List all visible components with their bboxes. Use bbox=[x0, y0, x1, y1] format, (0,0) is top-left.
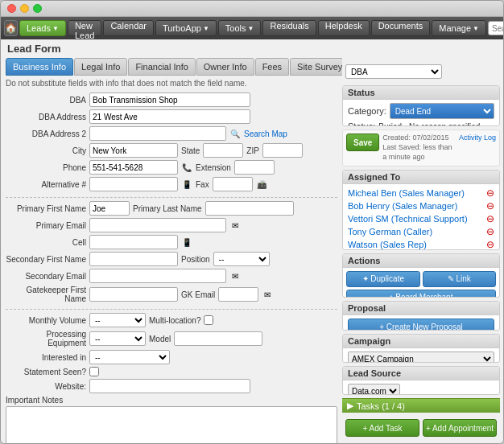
minimize-button[interactable] bbox=[20, 4, 29, 13]
processing-equipment-select[interactable]: -- bbox=[89, 331, 146, 346]
campaign-select[interactable]: AMEX Campaign bbox=[348, 352, 494, 363]
primary-email-input[interactable] bbox=[89, 218, 226, 232]
city-input[interactable] bbox=[89, 143, 178, 158]
assigned-item: Micheal Ben (Sales Manager) ⊖ bbox=[348, 187, 494, 199]
search-map-icon[interactable]: 🔍 bbox=[229, 128, 241, 139]
tools-button[interactable]: Tools ▼ bbox=[218, 20, 262, 36]
tab-fees[interactable]: Fees bbox=[255, 58, 289, 76]
tab-owner-info[interactable]: Owner Info bbox=[196, 58, 254, 76]
category-label: Category: bbox=[348, 106, 386, 116]
remove-assigned-0[interactable]: ⊖ bbox=[486, 187, 494, 199]
secondary-name-row: Secondary First Name Position -- bbox=[6, 252, 337, 266]
tab-business-info[interactable]: Business Info bbox=[6, 58, 73, 76]
board-merchant-button[interactable]: ↑ Board Merchant bbox=[346, 290, 496, 298]
monthly-volume-label: Monthly Volume bbox=[6, 316, 86, 325]
duplicate-button[interactable]: ✦ Duplicate bbox=[346, 271, 420, 287]
add-task-button[interactable]: + Add Task bbox=[345, 419, 419, 437]
assigned-to-body: Micheal Ben (Sales Manager) ⊖ Bob Henry … bbox=[343, 184, 499, 250]
city-state-zip-row: City State ZIP bbox=[6, 143, 337, 158]
add-appointment-button[interactable]: + Add Appointment bbox=[423, 419, 497, 437]
monthly-volume-row: Monthly Volume -- Multi-location? bbox=[6, 313, 337, 327]
remove-assigned-1[interactable]: ⊖ bbox=[486, 200, 494, 212]
dba-address2-input[interactable] bbox=[89, 126, 226, 141]
state-input[interactable] bbox=[203, 143, 243, 158]
assigned-list: Micheal Ben (Sales Manager) ⊖ Bob Henry … bbox=[348, 187, 494, 250]
important-notes-textarea[interactable] bbox=[6, 406, 337, 443]
create-proposal-button[interactable]: + Create New Proposal bbox=[348, 319, 494, 331]
turboapp-button[interactable]: TurboApp ▼ bbox=[155, 20, 217, 36]
rp-dba-select[interactable]: DBA bbox=[345, 64, 442, 79]
assigned-name: Vettori SM (Technical Support) bbox=[348, 214, 468, 224]
zip-input[interactable] bbox=[262, 143, 303, 158]
secondary-email-input[interactable] bbox=[89, 269, 226, 283]
dba-input[interactable] bbox=[89, 92, 250, 107]
activity-log-link[interactable]: Activity Log bbox=[459, 134, 496, 142]
model-input[interactable] bbox=[174, 331, 262, 346]
helpdesk-button[interactable]: Helpdesk bbox=[318, 20, 370, 36]
fax-input[interactable] bbox=[213, 177, 253, 191]
leads-button[interactable]: Leads ▼ bbox=[19, 20, 66, 36]
alt-fax-row: Alternative # 📱 Fax 📠 bbox=[6, 177, 337, 191]
gatekeeper-label: Gatekeeper First Name bbox=[6, 286, 86, 303]
cell-icon: 📱 bbox=[181, 236, 192, 248]
gk-email-input[interactable] bbox=[218, 287, 258, 302]
maximize-button[interactable] bbox=[33, 4, 42, 13]
primary-last-label: Primary Last Name bbox=[133, 204, 202, 213]
home-button[interactable]: 🏠 bbox=[4, 20, 18, 36]
cell-input[interactable] bbox=[89, 235, 178, 249]
important-notes-section: Important Notes bbox=[6, 396, 337, 443]
lead-source-select[interactable]: Data.com bbox=[348, 384, 400, 395]
dba-address-input[interactable] bbox=[89, 109, 250, 124]
statement-seen-checkbox[interactable] bbox=[89, 367, 99, 376]
status-body: Category: Dead End Status: Buried - No r… bbox=[343, 100, 499, 126]
phone-input[interactable] bbox=[89, 160, 178, 175]
gk-email-icon: ✉ bbox=[262, 289, 273, 300]
tab-legal-info[interactable]: Legal Info bbox=[74, 58, 127, 76]
page-title: Lead Form bbox=[1, 39, 503, 58]
tab-bar: Business Info Legal Info Financial Info … bbox=[6, 58, 337, 76]
residuals-button[interactable]: Residuals bbox=[262, 20, 316, 36]
statement-seen-label: Statement Seen? bbox=[6, 368, 86, 376]
processing-equipment-row: Processing Equipment -- Model bbox=[6, 330, 337, 347]
tab-site-survey[interactable]: Site Survey bbox=[290, 58, 342, 76]
link-button[interactable]: ✎ Link bbox=[423, 271, 497, 287]
city-label: City bbox=[6, 146, 86, 155]
primary-first-input[interactable] bbox=[89, 201, 130, 216]
remove-assigned-2[interactable]: ⊖ bbox=[486, 213, 494, 224]
monthly-volume-select[interactable]: -- bbox=[89, 313, 146, 327]
calendar-button[interactable]: Calendar bbox=[103, 20, 154, 36]
rp-dba-row: DBA bbox=[342, 61, 500, 82]
gatekeeper-input[interactable] bbox=[89, 287, 178, 302]
tasks-label: Tasks (1 / 4) bbox=[357, 401, 405, 411]
assigned-to-section: Assigned To Micheal Ben (Sales Manager) … bbox=[342, 170, 500, 250]
position-select[interactable]: -- bbox=[213, 252, 270, 266]
search-input[interactable] bbox=[488, 21, 504, 35]
remove-assigned-3[interactable]: ⊖ bbox=[486, 226, 494, 237]
category-select[interactable]: Dead End bbox=[390, 103, 494, 119]
tasks-bar[interactable]: ▶ Tasks (1 / 4) bbox=[342, 398, 500, 413]
website-input[interactable] bbox=[89, 379, 250, 393]
tab-financial-info[interactable]: Financial Info bbox=[128, 58, 195, 76]
dba-address2-row: DBA Address 2 🔍 Search Map bbox=[6, 126, 337, 141]
interested-in-label: Interested in bbox=[6, 353, 86, 362]
gatekeeper-row: Gatekeeper First Name GK Email ✉ bbox=[6, 286, 337, 303]
interested-in-select[interactable]: -- bbox=[89, 350, 170, 364]
website-label: Website: bbox=[6, 382, 86, 391]
alt-input[interactable] bbox=[89, 177, 178, 191]
multi-location-checkbox[interactable] bbox=[204, 315, 213, 325]
extension-input[interactable] bbox=[234, 160, 275, 175]
dba-row: DBA bbox=[6, 92, 337, 107]
primary-last-input[interactable] bbox=[205, 201, 294, 216]
proposal-body: + Create New Proposal bbox=[343, 315, 499, 331]
search-map-label[interactable]: Search Map bbox=[244, 130, 287, 138]
secondary-first-input[interactable] bbox=[89, 252, 178, 266]
manage-button[interactable]: Manage ▼ bbox=[432, 20, 486, 36]
remove-assigned-4[interactable]: ⊖ bbox=[486, 239, 494, 250]
documents-button[interactable]: Documents bbox=[371, 20, 431, 36]
close-button[interactable] bbox=[7, 4, 16, 13]
save-button[interactable]: Save bbox=[346, 134, 379, 151]
status-label: Status: bbox=[348, 121, 375, 126]
new-lead-button[interactable]: New Lead bbox=[68, 20, 101, 36]
tasks-expand-icon: ▶ bbox=[347, 401, 353, 411]
zip-label: ZIP bbox=[246, 146, 259, 155]
